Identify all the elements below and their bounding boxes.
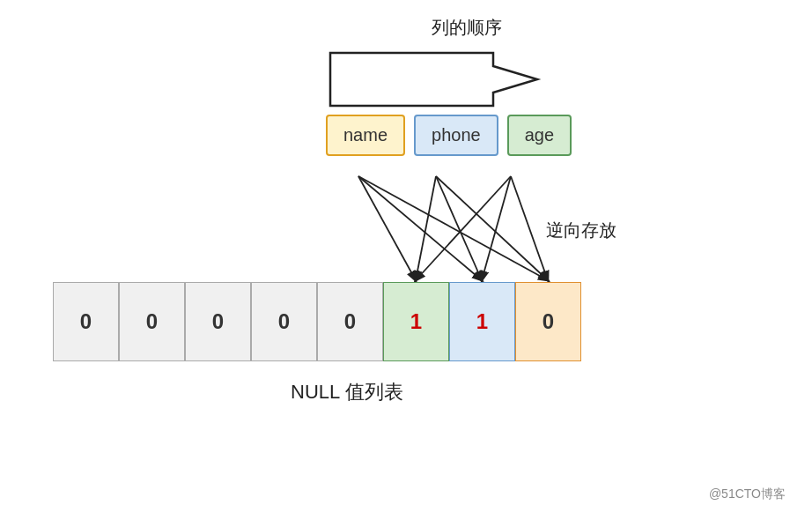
bit-cell-7: 0 xyxy=(515,282,581,361)
age-to-blue-arrow xyxy=(482,176,511,280)
age-to-orange-arrow xyxy=(511,176,548,280)
bit-cell-4: 0 xyxy=(317,282,383,361)
name-to-orange-arrow xyxy=(358,176,548,280)
col-phone-box: phone xyxy=(414,115,498,156)
name-to-blue-arrow xyxy=(358,176,482,280)
bit-cell-0: 0 xyxy=(53,282,119,361)
diagram-container: 列的顺序 xyxy=(0,0,812,520)
phone-to-green-arrow xyxy=(416,176,436,280)
null-list-label: NULL 值列表 xyxy=(291,379,403,405)
bit-cell-2: 0 xyxy=(185,282,251,361)
col-name-box: name xyxy=(326,115,405,156)
big-right-arrow xyxy=(330,53,537,106)
column-order-label: 列的顺序 xyxy=(432,16,502,40)
bitmap-row: 0 0 0 0 0 1 1 0 xyxy=(53,282,581,361)
watermark: @51CTO博客 xyxy=(709,487,786,502)
column-labels: name phone age xyxy=(326,115,572,156)
age-to-green-arrow xyxy=(416,176,511,280)
phone-to-blue-arrow xyxy=(436,176,482,280)
diagram-arrows xyxy=(0,0,812,520)
name-to-green-arrow xyxy=(358,176,416,280)
bit-cell-3: 0 xyxy=(251,282,317,361)
reverse-label: 逆向存放 xyxy=(546,219,616,242)
bit-cell-5: 1 xyxy=(383,282,449,361)
col-age-box: age xyxy=(507,115,572,156)
phone-to-orange-arrow xyxy=(436,176,548,280)
bit-cell-6: 1 xyxy=(449,282,515,361)
bit-cell-1: 0 xyxy=(119,282,185,361)
